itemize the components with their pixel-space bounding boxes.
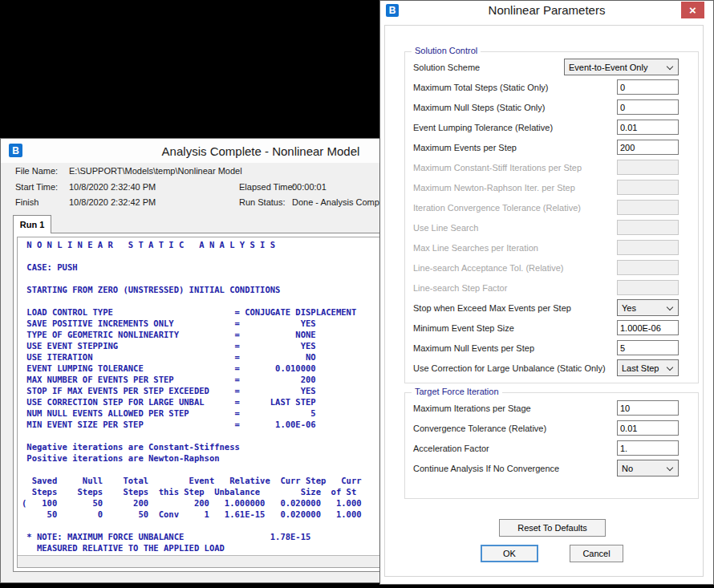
dialog-content-panel: Solution Control Solution Scheme Event-t… (384, 25, 704, 577)
solution-scheme-combobox[interactable]: Event-to-Event Only (564, 59, 679, 75)
solution-control-group: Solution Control Solution Scheme Event-t… (404, 51, 699, 383)
row-max-newton-raphson-iterations: Maximum Newton-Raphson Iter. per Step (405, 177, 698, 197)
max-events-per-step-label: Maximum Events per Step (413, 143, 617, 152)
max-null-steps-label: Maximum Null Steps (Static Only) (413, 103, 617, 112)
use-correction-large-unbalance-label: Use Correction for Large Unbalance (Stat… (413, 363, 617, 373)
row-use-correction-large-unbalance: Use Correction for Large Unbalance (Stat… (405, 358, 698, 378)
max-total-steps-input[interactable] (617, 79, 679, 95)
max-constant-stiff-iterations-input (617, 160, 679, 175)
row-max-null-events-per-step: Maximum Null Events per Step (405, 338, 698, 358)
stop-when-exceed-max-events-label: Stop when Exceed Max Events per Step (413, 303, 617, 313)
finish-label: Finish (15, 197, 39, 207)
line-search-acceptance-tol-label: Line-search Acceptance Tol. (Relative) (413, 263, 617, 273)
max-iterations-per-stage-label: Maximum Iterations per Stage (413, 403, 617, 413)
elapsed-time-label: Elapsed Time: (239, 182, 295, 192)
nonlinear-parameters-dialog: B Nonlinear Parameters × Solution Contro… (379, 0, 714, 585)
target-force-iteration-group: Target Force Iteration Maximum Iteration… (404, 392, 699, 499)
stop-when-exceed-max-events-value: Yes (622, 303, 636, 313)
row-line-search-step-factor: Line-search Step Factor (405, 278, 698, 298)
row-convergence-tolerance: Convergence Tolerance (Relative) (405, 418, 698, 438)
minimum-event-step-size-label: Minimum Event Step Size (413, 323, 617, 333)
start-time-label: Start Time: (15, 182, 58, 192)
max-null-events-per-step-input[interactable] (617, 340, 679, 355)
finish-time-value: 10/8/2020 2:32:42 PM (69, 197, 156, 207)
line-search-acceptance-tol-input (617, 260, 679, 275)
use-correction-large-unbalance-combobox[interactable]: Last Step (617, 359, 679, 376)
row-iteration-convergence-tolerance: Iteration Convergence Tolerance (Relativ… (405, 197, 698, 217)
close-button[interactable]: × (681, 2, 704, 18)
row-continue-if-no-convergence: Continue Analysis If No Convergence No (405, 458, 698, 478)
file-name-value: E:\SUPPORT\Models\temp\Nonlinear Model (69, 166, 242, 176)
continue-if-no-convergence-label: Continue Analysis If No Convergence (413, 464, 617, 473)
row-event-lumping-tolerance: Event Lumping Tolerance (Relative) (405, 117, 698, 137)
row-max-constant-stiff-iterations: Maximum Constant-Stiff Iterations per St… (405, 157, 698, 177)
max-line-searches-input (617, 240, 679, 255)
line-search-step-factor-label: Line-search Step Factor (413, 283, 617, 293)
close-icon: × (689, 3, 696, 17)
stop-when-exceed-max-events-combobox[interactable]: Yes (617, 299, 679, 316)
acceleration-factor-label: Acceleration Factor (413, 444, 617, 453)
row-max-iterations-per-stage: Maximum Iterations per Stage (405, 398, 698, 418)
row-minimum-event-step-size: Minimum Event Step Size (405, 318, 698, 338)
minimum-event-step-size-input[interactable] (617, 320, 679, 335)
row-max-null-steps: Maximum Null Steps (Static Only) (405, 97, 698, 117)
run-status-label: Run Status: (239, 197, 285, 207)
max-null-steps-input[interactable] (617, 99, 679, 115)
max-total-steps-label: Maximum Total Steps (Static Only) (413, 83, 617, 92)
line-search-step-factor-input (617, 280, 679, 295)
row-line-search-acceptance-tol: Line-search Acceptance Tol. (Relative) (405, 258, 698, 278)
acceleration-factor-input[interactable] (617, 440, 679, 456)
dialog-titlebar[interactable]: B Nonlinear Parameters × (380, 1, 713, 20)
event-lumping-tolerance-input[interactable] (617, 120, 679, 135)
max-events-per-step-input[interactable] (617, 140, 679, 155)
reset-to-defaults-button[interactable]: Reset To Defaults (499, 519, 606, 537)
use-line-search-label: Use Line Search (413, 223, 617, 233)
row-stop-when-exceed-max-events: Stop when Exceed Max Events per Step Yes (405, 298, 698, 318)
row-max-line-searches: Max Line Searches per Iteration (405, 237, 698, 258)
solution-control-group-title: Solution Control (412, 46, 481, 55)
cancel-button[interactable]: Cancel (570, 545, 623, 562)
iteration-convergence-tolerance-input (617, 200, 679, 215)
row-max-events-per-step: Maximum Events per Step (405, 137, 698, 157)
dialog-title: Nonlinear Parameters (380, 3, 713, 17)
row-max-total-steps: Maximum Total Steps (Static Only) (405, 77, 698, 97)
row-use-line-search: Use Line Search (405, 217, 698, 237)
convergence-tolerance-input[interactable] (617, 420, 679, 436)
ok-button[interactable]: OK (481, 545, 538, 562)
chevron-down-icon (667, 304, 673, 310)
run-status-value: Done - Analysis Complete (292, 197, 394, 207)
max-line-searches-label: Max Line Searches per Iteration (413, 243, 617, 253)
continue-if-no-convergence-combobox[interactable]: No (617, 460, 679, 476)
row-acceleration-factor: Acceleration Factor (405, 438, 698, 458)
row-solution-scheme: Solution Scheme Event-to-Event Only (405, 57, 698, 77)
file-name-label: File Name: (15, 166, 58, 176)
solution-scheme-label: Solution Scheme (413, 63, 564, 72)
max-newton-raphson-iterations-input (617, 180, 679, 195)
max-null-events-per-step-label: Maximum Null Events per Step (413, 343, 617, 353)
chevron-down-icon (667, 364, 673, 371)
start-time-value: 10/8/2020 2:32:40 PM (69, 182, 156, 192)
convergence-tolerance-label: Convergence Tolerance (Relative) (413, 424, 617, 433)
use-correction-large-unbalance-value: Last Step (622, 363, 659, 373)
tab-run-1[interactable]: Run 1 (13, 215, 51, 233)
chevron-down-icon (667, 63, 673, 70)
solution-scheme-value: Event-to-Event Only (569, 63, 647, 72)
chevron-down-icon (667, 464, 673, 471)
max-newton-raphson-iterations-label: Maximum Newton-Raphson Iter. per Step (413, 183, 617, 193)
iteration-convergence-tolerance-label: Iteration Convergence Tolerance (Relativ… (413, 203, 617, 213)
continue-if-no-convergence-value: No (622, 464, 633, 473)
target-force-iteration-group-title: Target Force Iteration (412, 387, 502, 396)
analysis-output-text: N O N L I N E A R S T A T I C A N A L Y … (22, 239, 362, 554)
elapsed-time-value: 00:00:01 (292, 182, 327, 192)
use-line-search-input (617, 220, 679, 235)
max-iterations-per-stage-input[interactable] (617, 400, 679, 416)
event-lumping-tolerance-label: Event Lumping Tolerance (Relative) (413, 123, 617, 132)
max-constant-stiff-iterations-label: Maximum Constant-Stiff Iterations per St… (413, 163, 617, 172)
